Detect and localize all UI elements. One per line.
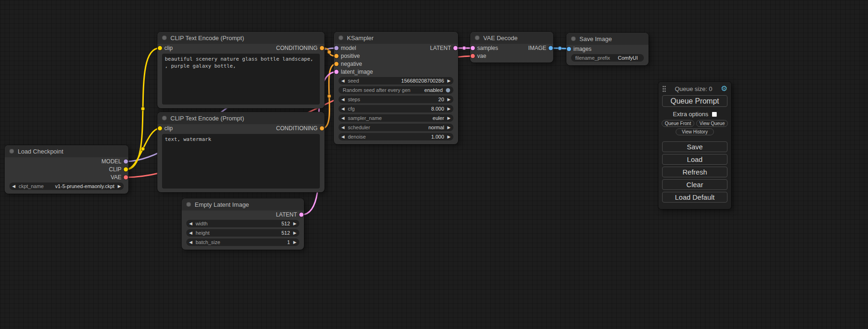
toggle-dot-icon[interactable] — [446, 88, 450, 92]
decrement-arrow-icon[interactable]: ◀ — [12, 184, 15, 189]
collapse-dot-icon[interactable] — [162, 35, 167, 40]
input-slot-negative[interactable] — [334, 62, 339, 66]
widget-label: ckpt_name — [19, 183, 44, 189]
increment-arrow-icon[interactable]: ▶ — [118, 184, 121, 189]
slot-row: VAE — [5, 173, 128, 181]
input-slot-model[interactable] — [334, 46, 339, 50]
node-header[interactable]: Load Checkpoint — [5, 145, 128, 157]
decrement-arrow-icon[interactable]: ◀ — [189, 231, 192, 235]
slot-row: LATENT — [182, 210, 304, 218]
input-slot-latent-image[interactable] — [334, 70, 339, 74]
output-slot-image[interactable] — [549, 46, 553, 50]
collapse-dot-icon[interactable] — [339, 35, 343, 40]
decrement-arrow-icon[interactable]: ◀ — [189, 240, 192, 245]
increment-arrow-icon[interactable]: ▶ — [447, 79, 451, 83]
input-label-positive: positive — [341, 53, 360, 59]
input-slot-images[interactable] — [567, 47, 571, 51]
decrement-arrow-icon[interactable]: ◀ — [341, 107, 345, 111]
view-queue-button[interactable]: View Queue — [696, 120, 728, 127]
widget-cfg[interactable]: ◀ cfg 8.000 ▶ — [339, 105, 453, 112]
decrement-arrow-icon[interactable]: ◀ — [341, 79, 345, 83]
widget-ckpt-name[interactable]: ◀ ckpt_name v1-5-pruned-emaonly.ckpt ▶ — [9, 182, 124, 190]
node-header[interactable]: CLIP Text Encode (Prompt) — [157, 112, 325, 124]
widget-scheduler[interactable]: ◀ scheduler normal ▶ — [339, 124, 453, 131]
node-title: Load Checkpoint — [18, 148, 64, 155]
widget-height[interactable]: ◀ height 512 ▶ — [186, 229, 299, 237]
node-header[interactable]: Save Image — [566, 33, 649, 45]
node-header[interactable]: VAE Decode — [470, 32, 553, 44]
decrement-arrow-icon[interactable]: ◀ — [341, 116, 345, 120]
collapse-dot-icon[interactable] — [162, 116, 167, 120]
slot-row: MODEL — [5, 157, 128, 165]
increment-arrow-icon[interactable]: ▶ — [447, 116, 451, 120]
decrement-arrow-icon[interactable]: ◀ — [189, 222, 192, 226]
load-default-button[interactable]: Load Default — [662, 192, 727, 203]
widget-seed[interactable]: ◀ seed 156680208700286 ▶ — [339, 77, 453, 84]
load-button[interactable]: Load — [662, 154, 727, 165]
increment-arrow-icon[interactable]: ▶ — [447, 135, 451, 139]
queue-front-button[interactable]: Queue Front — [662, 120, 694, 127]
output-label-vae: VAE — [111, 174, 121, 181]
queue-prompt-button[interactable]: Queue Prompt — [662, 95, 727, 107]
widget-value: 1.000 — [431, 134, 445, 140]
view-history-button[interactable]: View History — [676, 128, 714, 135]
widget-denoise[interactable]: ◀ denoise 1.000 ▶ — [339, 133, 453, 140]
node-vae-decode[interactable]: VAE Decode samples IMAGE vae — [470, 32, 553, 63]
extra-options-checkbox[interactable] — [712, 112, 717, 117]
widget-batch-size[interactable]: ◀ batch_size 1 ▶ — [186, 238, 299, 246]
slot-row: images — [566, 45, 649, 53]
node-header[interactable]: CLIP Text Encode (Prompt) — [157, 32, 325, 44]
collapse-dot-icon[interactable] — [571, 36, 576, 41]
output-slot-conditioning[interactable] — [320, 126, 324, 130]
output-slot-vae[interactable] — [124, 175, 128, 179]
widget-label: Random seed after every gen — [343, 87, 410, 93]
widget-width[interactable]: ◀ width 512 ▶ — [186, 220, 299, 227]
increment-arrow-icon[interactable]: ▶ — [293, 222, 296, 226]
node-save-image[interactable]: Save Image images filename_prefix ComfyU… — [566, 33, 649, 65]
input-slot-vae[interactable] — [471, 54, 475, 58]
refresh-button[interactable]: Refresh — [662, 167, 727, 177]
decrement-arrow-icon[interactable]: ◀ — [341, 135, 345, 139]
widget-filename-prefix[interactable]: filename_prefix ComfyUI — [571, 54, 644, 62]
increment-arrow-icon[interactable]: ▶ — [447, 107, 451, 111]
node-empty-latent-image[interactable]: Empty Latent Image LATENT ◀ width 512 ▶ … — [182, 198, 304, 250]
increment-arrow-icon[interactable]: ▶ — [447, 98, 451, 102]
output-slot-model[interactable] — [124, 159, 128, 163]
increment-arrow-icon[interactable]: ▶ — [447, 126, 451, 130]
node-clip-text-encode-positive[interactable]: CLIP Text Encode (Prompt) clip CONDITION… — [157, 32, 325, 108]
output-slot-latent[interactable] — [299, 212, 303, 217]
node-load-checkpoint[interactable]: Load Checkpoint MODEL CLIP VAE ◀ ckpt_na… — [5, 145, 128, 194]
node-clip-text-encode-negative[interactable]: CLIP Text Encode (Prompt) clip CONDITION… — [157, 112, 325, 192]
output-slot-latent[interactable] — [453, 46, 458, 50]
increment-arrow-icon[interactable]: ▶ — [293, 240, 296, 245]
input-slot-positive[interactable] — [334, 54, 339, 58]
drag-handle-icon[interactable] — [662, 85, 666, 92]
graph-canvas[interactable]: Load Checkpoint MODEL CLIP VAE ◀ ckpt_na… — [0, 0, 868, 329]
widget-label: cfg — [348, 106, 355, 112]
widget-steps[interactable]: ◀ steps 20 ▶ — [339, 96, 453, 103]
collapse-dot-icon[interactable] — [186, 202, 191, 207]
widget-sampler-name[interactable]: ◀ sampler_name euler ▶ — [339, 114, 453, 122]
save-button[interactable]: Save — [662, 141, 727, 152]
node-header[interactable]: Empty Latent Image — [182, 198, 304, 210]
widget-label: steps — [348, 97, 360, 102]
collapse-dot-icon[interactable] — [475, 35, 480, 40]
output-slot-clip[interactable] — [124, 167, 128, 171]
output-slot-conditioning[interactable] — [320, 46, 324, 50]
input-slot-samples[interactable] — [471, 46, 475, 50]
widget-label: height — [196, 230, 210, 236]
widget-random-seed-toggle[interactable]: Random seed after every gen enabled — [339, 86, 453, 94]
decrement-arrow-icon[interactable]: ◀ — [341, 126, 345, 130]
negative-prompt-textarea[interactable]: text, watermark — [162, 134, 320, 189]
node-ksampler[interactable]: KSampler model LATENT positive negative … — [334, 32, 458, 144]
decrement-arrow-icon[interactable]: ◀ — [341, 98, 345, 102]
node-header[interactable]: KSampler — [334, 32, 458, 44]
input-slot-clip[interactable] — [158, 46, 162, 50]
increment-arrow-icon[interactable]: ▶ — [293, 231, 296, 235]
positive-prompt-textarea[interactable]: beautiful scenery nature glass bottle la… — [162, 54, 320, 105]
clear-button[interactable]: Clear — [662, 179, 727, 190]
slot-row: clip CONDITIONING — [157, 124, 325, 132]
input-slot-clip[interactable] — [158, 126, 162, 130]
settings-gear-icon[interactable]: ⚙ — [721, 85, 727, 92]
collapse-dot-icon[interactable] — [9, 149, 14, 154]
